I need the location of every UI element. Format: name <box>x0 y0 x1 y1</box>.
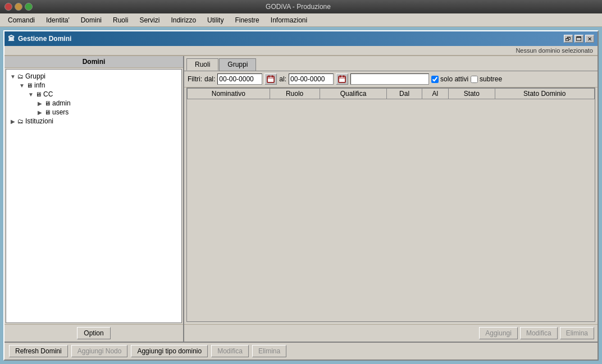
option-button[interactable]: Option <box>77 327 111 339</box>
menu-domini[interactable]: Domini <box>75 15 107 25</box>
svg-rect-7 <box>343 76 344 77</box>
dal-label: dal: <box>204 75 215 83</box>
tree-node-admin[interactable]: ▶ 🖥 admin <box>35 99 179 108</box>
gruppi-children: ▼ 🖥 infn ▼ 🖥 CC <box>17 81 179 117</box>
left-panel-title: Domini <box>4 56 183 68</box>
col-al: Al <box>422 89 449 99</box>
tree-node-users[interactable]: ▶ 🖥 users <box>35 108 179 117</box>
svg-rect-4 <box>339 76 345 82</box>
inner-close-button[interactable]: ✕ <box>585 35 594 43</box>
admin-icon: 🖥 <box>44 100 51 107</box>
solo-attivi-label: solo attivi <box>440 75 468 83</box>
cc-icon: 🖥 <box>35 91 42 98</box>
left-panel: Domini ▼ 🗂 Gruppi ▼ 🖥 infn <box>4 56 184 342</box>
menu-identita[interactable]: Identita' <box>40 15 75 25</box>
app-title: GODiVA - Produzione <box>266 3 331 11</box>
tab-gruppi[interactable]: Gruppi <box>219 58 256 71</box>
subtree-checkbox[interactable] <box>471 76 478 83</box>
gruppi-label: Gruppi <box>25 72 45 80</box>
inner-max-button[interactable]: 🗖 <box>574 35 583 43</box>
expander-gruppi[interactable]: ▼ <box>8 73 17 80</box>
aggiungi-nodo-button[interactable]: Aggiungi Nodo <box>71 345 128 357</box>
expander-infn[interactable]: ▼ <box>17 82 26 89</box>
menubar: Comandi Identita' Domini Ruoli Servizi I… <box>0 13 602 27</box>
bottom-elimina-button[interactable]: Elimina <box>252 345 286 357</box>
col-qualifica: Qualifica <box>320 89 387 99</box>
status-text: Nessun dominio selezionato <box>516 47 593 54</box>
inner-controls[interactable]: 🗗 🗖 ✕ <box>564 35 594 43</box>
solo-attivi-checkbox[interactable] <box>431 76 439 83</box>
modifica-button[interactable]: Modifica <box>520 327 558 339</box>
col-stato-dominio: Stato Dominio <box>495 89 594 99</box>
svg-rect-6 <box>340 76 341 77</box>
table-container: Nominativo Ruolo Qualifica Dal Al Stato … <box>186 87 595 322</box>
expander-istituzioni[interactable]: ▶ <box>8 118 17 125</box>
col-stato: Stato <box>449 89 495 99</box>
tree-node-gruppi[interactable]: ▼ 🗂 Gruppi <box>8 72 179 81</box>
menu-informazioni[interactable]: Informazioni <box>265 15 313 25</box>
menu-ruoli[interactable]: Ruoli <box>107 15 134 25</box>
subtree-label: subtree <box>480 75 502 83</box>
al-input[interactable] <box>289 73 334 85</box>
al-label: al: <box>279 75 286 83</box>
dal-input[interactable] <box>217 73 262 85</box>
col-dal: Dal <box>387 89 422 99</box>
infn-icon: 🖥 <box>26 82 33 89</box>
minimize-button[interactable] <box>15 3 22 11</box>
search-input[interactable] <box>350 73 429 85</box>
inner-window: 🏛 Gestione Domini 🗗 🗖 ✕ Nessun dominio s… <box>3 30 599 361</box>
results-table: Nominativo Ruolo Qualifica Dal Al Stato … <box>187 88 595 99</box>
elimina-button[interactable]: Elimina <box>560 327 594 339</box>
tree-node-infn[interactable]: ▼ 🖥 infn <box>17 81 179 90</box>
col-ruolo: Ruolo <box>270 89 320 99</box>
menu-comandi[interactable]: Comandi <box>2 15 40 25</box>
istituzioni-icon: 🗂 <box>17 118 24 125</box>
bottom-bar: Refresh Domini Aggiungi Nodo Aggiungi ti… <box>4 342 598 360</box>
dal-calendar-button[interactable] <box>264 73 277 85</box>
expander-cc[interactable]: ▼ <box>26 91 35 98</box>
col-nominativo: Nominativo <box>188 89 270 99</box>
titlebar: GODiVA - Produzione <box>0 0 602 13</box>
split-layout: Domini ▼ 🗂 Gruppi ▼ 🖥 infn <box>4 56 598 342</box>
subtree-wrap: subtree <box>471 75 502 83</box>
svg-rect-3 <box>272 76 273 77</box>
al-calendar-button[interactable] <box>336 73 348 85</box>
tree-area[interactable]: ▼ 🗂 Gruppi ▼ 🖥 infn <box>6 69 182 323</box>
refresh-domini-button[interactable]: Refresh Domini <box>9 345 68 357</box>
bottom-modifica-button[interactable]: Modifica <box>211 345 249 357</box>
main-content: 🏛 Gestione Domini 🗗 🗖 ✕ Nessun dominio s… <box>0 27 602 364</box>
tabs: Ruoli Gruppi <box>184 56 598 71</box>
maximize-button[interactable] <box>25 3 33 11</box>
status-bar: Nessun dominio selezionato <box>4 46 598 56</box>
restore-button[interactable]: 🗗 <box>564 35 573 43</box>
tree-node-cc[interactable]: ▼ 🖥 CC <box>26 90 179 99</box>
window-controls[interactable] <box>4 3 33 11</box>
expander-users[interactable]: ▶ <box>35 109 44 116</box>
svg-rect-2 <box>268 76 270 77</box>
menu-indirizzo[interactable]: Indirizzo <box>165 15 202 25</box>
window-icon: 🏛 <box>8 35 15 43</box>
aggiungi-tipo-button[interactable]: Aggiungi tipo dominio <box>131 345 208 357</box>
admin-label: admin <box>52 99 71 107</box>
infn-children: ▼ 🖥 CC ▶ 🖥 admin <box>26 90 179 117</box>
aggiungi-button[interactable]: Aggiungi <box>479 327 518 339</box>
menu-finestre[interactable]: Finestre <box>229 15 264 25</box>
filter-bar: Filtri: dal: al: <box>184 71 598 87</box>
right-panel: Ruoli Gruppi Filtri: dal: <box>184 56 598 342</box>
left-bottom: Option <box>4 324 183 342</box>
users-label: users <box>52 108 69 116</box>
gruppi-icon: 🗂 <box>17 73 24 80</box>
close-button[interactable] <box>4 3 12 11</box>
inner-titlebar: 🏛 Gestione Domini 🗗 🗖 ✕ <box>4 31 598 46</box>
menu-servizi[interactable]: Servizi <box>134 15 165 25</box>
tree-node-istituzioni[interactable]: ▶ 🗂 Istituzioni <box>8 117 179 126</box>
svg-rect-0 <box>267 76 274 82</box>
filtri-label: Filtri: <box>188 75 202 83</box>
infn-label: infn <box>34 81 45 89</box>
tab-ruoli[interactable]: Ruoli <box>186 58 218 71</box>
solo-attivi-wrap: solo attivi <box>431 75 468 83</box>
expander-admin[interactable]: ▶ <box>35 100 44 107</box>
cc-label: CC <box>43 90 53 98</box>
window-title: Gestione Domini <box>18 35 71 43</box>
menu-utility[interactable]: Utility <box>202 15 229 25</box>
